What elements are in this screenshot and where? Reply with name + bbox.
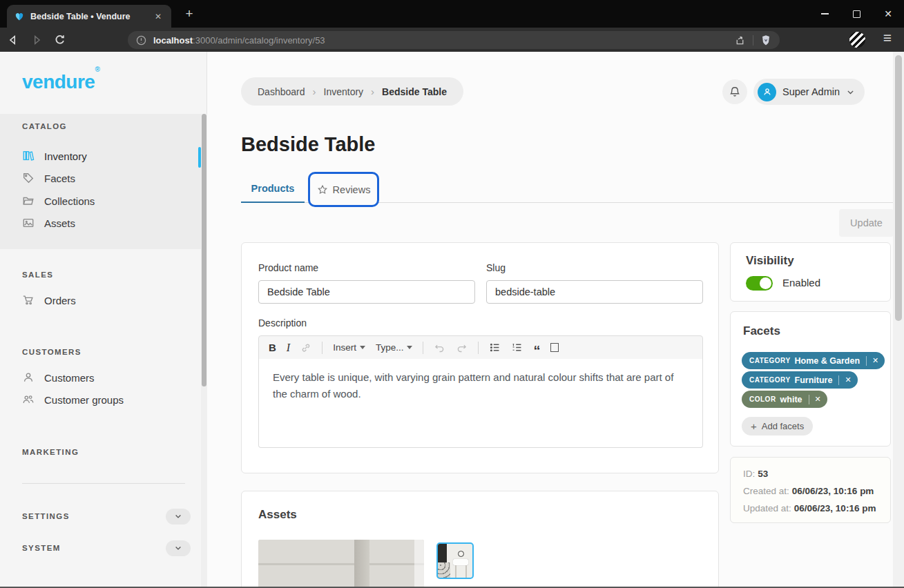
entity-id: ID:53 <box>743 469 768 479</box>
redo-button[interactable] <box>456 342 468 353</box>
sidebar-scrollbar-thumb[interactable] <box>202 114 206 386</box>
sidebar-item-assets[interactable]: Assets <box>22 213 75 233</box>
sidebar-item-customers[interactable]: Customers <box>22 367 95 388</box>
facet-group: COLOR <box>749 395 776 403</box>
facets-heading: Facets <box>743 324 780 338</box>
product-detail-card: Product name Slug Description B I Insert… <box>241 242 719 473</box>
sidebar-scrollbar[interactable] <box>201 114 207 588</box>
blockquote-button[interactable]: “ <box>533 342 540 354</box>
entity-created-at: Created at:06/06/23, 10:16 pm <box>743 486 874 496</box>
settings-label: SETTINGS <box>22 512 70 520</box>
richtext-toolbar: B I Insert Type... <box>258 335 703 360</box>
link-icon <box>300 342 311 353</box>
vendure-favicon-icon <box>14 11 25 22</box>
add-facets-label: Add facets <box>762 421 804 431</box>
tab-products[interactable]: Products <box>241 175 305 203</box>
vendure-admin-app: vendure® CATALOG Inventory Facets Colle <box>0 52 904 588</box>
breadcrumb-link-dashboard[interactable]: Dashboard <box>258 86 305 97</box>
toolbar-separator <box>322 342 323 354</box>
asset-thumbnail-selected[interactable] <box>436 542 474 579</box>
sidebar-item-inventory[interactable]: Inventory <box>22 146 87 166</box>
user-icon <box>22 371 35 384</box>
notifications-button[interactable] <box>722 79 747 104</box>
add-facets-button[interactable]: + Add facets <box>742 417 813 435</box>
system-expand-button[interactable] <box>166 540 191 556</box>
share-icon[interactable] <box>734 35 746 46</box>
bullet-list-button[interactable] <box>489 342 501 353</box>
forward-button[interactable] <box>26 30 47 50</box>
sidebar-heading-catalog: CATALOG <box>22 122 67 130</box>
assets-heading: Assets <box>258 508 297 522</box>
sidebar-item-label: Facets <box>44 173 75 184</box>
brave-shield-icon[interactable] <box>760 35 771 46</box>
description-editor[interactable]: Every table is unique, with varying grai… <box>258 359 703 448</box>
link-button[interactable] <box>300 342 311 353</box>
system-label: SYSTEM <box>22 544 61 552</box>
thumbnail-detail <box>458 551 464 557</box>
sidebar-section-settings[interactable]: SETTINGS <box>22 506 191 527</box>
cart-icon <box>22 294 35 306</box>
star-icon <box>317 184 328 195</box>
main-scrollbar[interactable] <box>893 52 904 588</box>
visibility-card: Visibility Enabled <box>730 242 891 302</box>
vendure-logo[interactable]: vendure® <box>22 71 99 93</box>
code-block-button[interactable] <box>550 343 559 352</box>
update-button[interactable]: Update <box>839 209 894 237</box>
enabled-toggle[interactable] <box>746 276 773 291</box>
sidebar-item-label: Orders <box>44 295 76 306</box>
tab-reviews[interactable]: Reviews <box>308 172 379 207</box>
thumbnail-detail <box>455 565 456 578</box>
tab-close-icon[interactable]: ✕ <box>152 10 164 23</box>
sidebar-item-customer-groups[interactable]: Customer groups <box>22 389 124 410</box>
breadcrumb: Dashboard › Inventory › Bedside Table <box>241 77 463 106</box>
toolbar-separator <box>423 342 423 354</box>
window-maximize-button[interactable] <box>840 0 872 28</box>
featured-asset-image[interactable] <box>258 540 424 588</box>
browser-tab[interactable]: Bedside Table • Vendure ✕ <box>7 5 171 28</box>
browser-tab-title: Bedside Table • Vendure <box>30 12 146 21</box>
settings-expand-button[interactable] <box>166 509 191 525</box>
type-dropdown[interactable]: Type... <box>376 342 413 353</box>
toggle-knob <box>760 277 771 289</box>
ordered-list-button[interactable] <box>511 342 523 353</box>
user-avatar <box>758 83 776 101</box>
sidebar-item-orders[interactable]: Orders <box>22 290 76 311</box>
url-bar[interactable]: localhost:3000/admin/catalog/inventory/5… <box>128 31 780 49</box>
sidebar-item-label: Customer groups <box>44 394 124 406</box>
window-close-button[interactable]: ✕ <box>872 0 904 28</box>
tab-reviews-label: Reviews <box>333 184 371 195</box>
remove-facet-button[interactable]: ✕ <box>839 375 857 384</box>
insert-dropdown[interactable]: Insert <box>333 342 365 353</box>
remove-facet-button[interactable]: ✕ <box>867 356 885 365</box>
user-name: Super Admin <box>782 86 840 97</box>
sidebar-item-label: Customers <box>44 372 95 384</box>
redo-icon <box>456 342 468 353</box>
product-name-label: Product name <box>258 262 318 273</box>
ordered-list-icon <box>511 342 523 353</box>
toolbar-separator <box>478 342 479 354</box>
page-title: Bedside Table <box>241 133 375 156</box>
sidebar-section-system[interactable]: SYSTEM <box>22 538 191 558</box>
new-tab-button[interactable]: + <box>180 4 199 23</box>
browser-titlebar: Bedside Table • Vendure ✕ + ✕ <box>0 0 904 28</box>
product-name-input[interactable] <box>258 280 475 304</box>
back-button[interactable] <box>3 30 23 50</box>
browser-menu-icon[interactable]: ≡ <box>883 30 892 46</box>
chevron-down-icon <box>174 544 182 552</box>
site-info-icon[interactable] <box>136 35 146 46</box>
slug-input[interactable] <box>486 280 703 304</box>
remove-facet-button[interactable]: ✕ <box>809 395 827 404</box>
sidebar-heading-customers: CUSTOMERS <box>22 348 81 356</box>
undo-button[interactable] <box>434 342 445 353</box>
reload-button[interactable] <box>50 30 70 50</box>
window-minimize-button[interactable] <box>809 0 840 28</box>
user-menu[interactable]: Super Admin <box>753 79 865 105</box>
italic-button[interactable]: I <box>287 342 290 354</box>
sidebar-item-collections[interactable]: Collections <box>22 190 95 211</box>
asset-photo-detail <box>414 540 424 588</box>
main-scrollbar-thumb[interactable] <box>895 55 902 321</box>
browser-profile-avatar[interactable] <box>849 32 865 48</box>
bold-button[interactable]: B <box>269 342 276 353</box>
sidebar-item-facets[interactable]: Facets <box>22 168 75 188</box>
breadcrumb-link-inventory[interactable]: Inventory <box>324 86 364 97</box>
